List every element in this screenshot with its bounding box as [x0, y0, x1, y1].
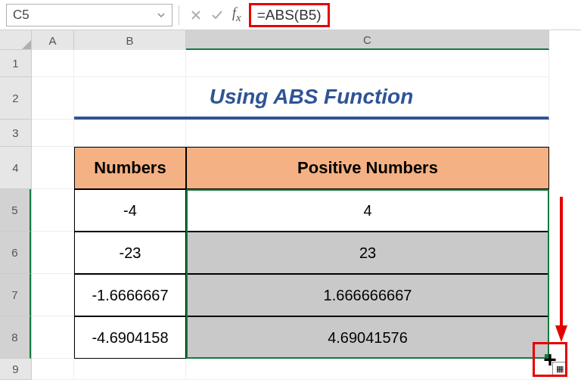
select-all-corner[interactable]	[0, 30, 32, 50]
header-positive[interactable]: Positive Numbers	[186, 147, 549, 189]
cell-bg[interactable]	[32, 316, 74, 359]
fx-icon[interactable]: fx	[228, 5, 246, 24]
row-header-1[interactable]: 1	[0, 50, 31, 77]
cell-bg[interactable]	[32, 359, 74, 380]
chevron-down-icon	[157, 11, 166, 20]
cell-bg[interactable]	[186, 359, 549, 380]
col-header-B[interactable]: B	[74, 30, 186, 50]
sheet: 123456789 Using ABS FunctionNumbersPosit…	[0, 50, 581, 380]
cell-bg[interactable]	[74, 359, 186, 380]
header-numbers[interactable]: Numbers	[74, 147, 186, 189]
fill-cursor-icon: +	[533, 342, 567, 377]
cell-bg[interactable]	[74, 50, 186, 77]
cell-bg[interactable]	[32, 77, 74, 120]
row-header-8[interactable]: 8	[0, 316, 31, 359]
cell-bg[interactable]	[32, 120, 74, 147]
cell-bg[interactable]	[32, 189, 74, 232]
cell-c6[interactable]: 23	[186, 232, 549, 274]
row-header-2[interactable]: 2	[0, 77, 31, 120]
name-box-value: C5	[13, 8, 30, 23]
cell-bg[interactable]	[32, 274, 74, 316]
cell-bg[interactable]	[74, 120, 186, 147]
row-header-6[interactable]: 6	[0, 232, 31, 274]
col-header-A[interactable]: A	[32, 30, 74, 50]
cell-b8[interactable]: -4.6904158	[74, 316, 186, 359]
row-header-9[interactable]: 9	[0, 359, 31, 380]
formula-text: =ABS(B5)	[257, 7, 322, 23]
formula-bar: C5 fx =ABS(B5)	[0, 0, 581, 30]
cell-bg[interactable]	[32, 232, 74, 274]
cell-bg[interactable]	[32, 50, 74, 77]
row-header-4[interactable]: 4	[0, 147, 31, 189]
title-cell[interactable]: Using ABS Function	[74, 77, 549, 120]
cancel-icon[interactable]	[185, 5, 207, 26]
col-header-C[interactable]: C	[186, 30, 549, 50]
cell-c5[interactable]: 4	[186, 189, 549, 232]
row-header-3[interactable]: 3	[0, 120, 31, 147]
cell-c8[interactable]: 4.69041576	[186, 316, 549, 359]
row-header-7[interactable]: 7	[0, 274, 31, 316]
cell-b7[interactable]: -1.6666667	[74, 274, 186, 316]
row-header-5[interactable]: 5	[0, 189, 31, 232]
cell-bg[interactable]	[186, 50, 549, 77]
column-headers: ABC	[32, 30, 549, 50]
cell-b6[interactable]: -23	[74, 232, 186, 274]
cell-bg[interactable]	[32, 147, 74, 189]
separator	[179, 5, 179, 25]
cell-b5[interactable]: -4	[74, 189, 186, 232]
cell-c7[interactable]: 1.666666667	[186, 274, 549, 316]
name-box[interactable]: C5	[6, 4, 172, 26]
cell-bg[interactable]	[186, 120, 549, 147]
formula-input[interactable]: =ABS(B5)	[249, 3, 330, 27]
enter-icon[interactable]	[207, 5, 228, 26]
grid[interactable]: Using ABS FunctionNumbersPositive Number…	[32, 50, 549, 380]
row-headers: 123456789	[0, 50, 32, 380]
